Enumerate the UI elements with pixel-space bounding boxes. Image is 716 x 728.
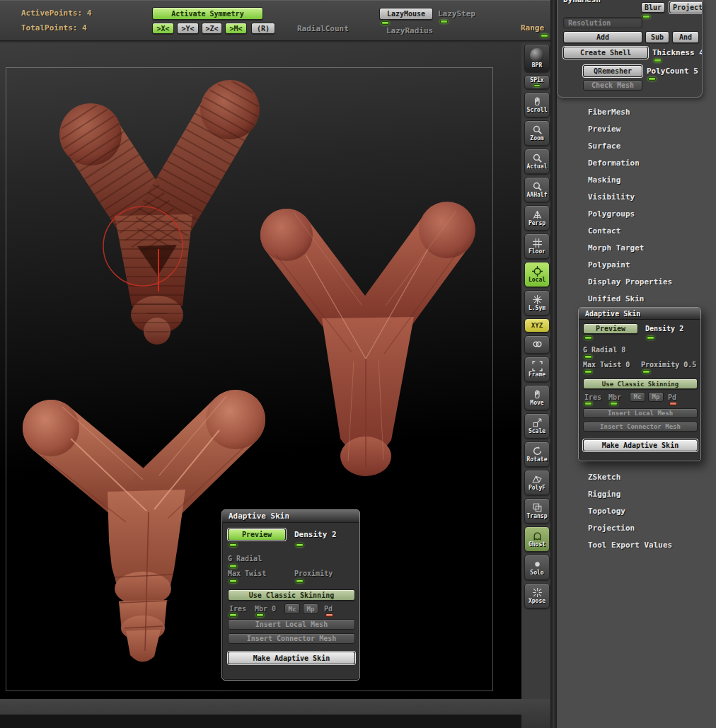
sym-x-button[interactable]: >X< — [152, 23, 174, 34]
sub-button[interactable]: Sub — [645, 31, 669, 43]
lazy-step-slider[interactable]: LazyStep — [438, 10, 475, 18]
use-classic-skinning-button[interactable]: Use Classic Skinning — [583, 379, 698, 389]
tool-section-display-properties[interactable]: Display Properties — [557, 273, 716, 290]
thickness-slider[interactable]: Thickness 4 — [652, 49, 703, 57]
max-twist-slider[interactable]: Max Twist 0 — [583, 362, 630, 369]
proximity-slider[interactable]: Proximity 0.5 — [641, 362, 696, 369]
g-radial-slider[interactable]: G Radial — [228, 555, 262, 562]
density-slider[interactable]: Density 2 — [645, 325, 683, 333]
create-shell-button[interactable]: Create Shell — [563, 47, 648, 59]
max-twist-slider[interactable]: Max Twist — [228, 570, 266, 577]
insert-local-mesh-button[interactable]: Insert Local Mesh — [228, 619, 355, 630]
sym-y-button[interactable]: >Y< — [177, 23, 199, 34]
tool-section-tool-export-values[interactable]: Tool Export Values — [557, 536, 716, 553]
check-mesh-button[interactable]: Check Mesh — [583, 80, 642, 91]
xyz-axis-button[interactable]: XYZ — [524, 318, 550, 333]
lsym-button[interactable]: L.Sym — [524, 290, 550, 316]
radial-symmetry-button[interactable]: (R) — [251, 23, 275, 34]
mp-button[interactable]: Mp — [648, 392, 664, 402]
pd-slider[interactable]: Pd — [668, 394, 676, 401]
activate-symmetry-button[interactable]: Activate Symmetry — [152, 7, 263, 20]
tool-section-deformation[interactable]: Deformation — [557, 154, 716, 171]
tool-section-polypaint[interactable]: Polypaint — [557, 256, 716, 273]
tool-section-contact[interactable]: Contact — [557, 222, 716, 239]
tool-section-polygroups[interactable]: Polygroups — [557, 205, 716, 222]
make-adaptive-skin-button[interactable]: Make Adaptive Skin — [583, 439, 698, 451]
top-shelf: ActivePoints: 4 TotalPoints: 4 Activate … — [0, 0, 550, 41]
mp-button[interactable]: Mp — [303, 603, 318, 614]
preview-button[interactable]: Preview — [583, 323, 638, 334]
rotate-button[interactable]: Rotate — [524, 441, 550, 467]
tool-section-unified-skin[interactable]: Unified Skin — [557, 290, 716, 307]
bpr-render-button[interactable]: BPR — [524, 44, 550, 72]
expand-icon — [532, 587, 543, 598]
move-button[interactable]: Move — [524, 385, 550, 410]
chain-button[interactable] — [524, 335, 550, 354]
lazy-radius-slider[interactable]: LazyRadius — [386, 27, 433, 35]
panel-divider[interactable] — [550, 0, 557, 728]
density-slider[interactable]: Density 2 — [294, 531, 337, 538]
tool-section-fibermesh[interactable]: FiberMesh — [557, 103, 716, 120]
range-slider[interactable]: Range — [521, 24, 544, 32]
zoom-button[interactable]: Zoom — [524, 120, 550, 146]
model-skin-preview[interactable] — [260, 202, 475, 476]
mbr-indicator — [256, 613, 264, 617]
tool-section-masking[interactable]: Masking — [557, 171, 716, 188]
model-zsphere-armature[interactable] — [59, 80, 260, 345]
local-button[interactable]: Local — [524, 262, 550, 287]
radial-count-slider[interactable]: RadialCount — [297, 25, 349, 33]
persp-button[interactable]: Persp — [524, 205, 550, 231]
insert-connector-mesh-button[interactable]: Insert Connector Mesh — [583, 422, 698, 432]
mbr-slider[interactable]: Mbr — [608, 394, 621, 401]
ires-slider[interactable]: Ires — [229, 606, 246, 613]
tool-section-morph-target[interactable]: Morph Target — [557, 239, 716, 256]
floating-panel-header[interactable]: Adaptive Skin — [222, 510, 359, 523]
floor-button[interactable]: Floor — [524, 233, 550, 259]
spix-button[interactable]: SPix — [524, 75, 550, 89]
sym-m-button[interactable]: >M< — [225, 23, 247, 34]
polyframe-button[interactable]: PolyF — [524, 470, 550, 495]
actual-size-button[interactable]: Actual — [524, 149, 550, 174]
aahalf-button[interactable]: AAHalf — [524, 177, 550, 202]
pd-slider[interactable]: Pd — [324, 606, 333, 613]
tool-section-topology[interactable]: Topology — [557, 502, 716, 519]
insert-local-mesh-button[interactable]: Insert Local Mesh — [583, 408, 698, 418]
resolution-slider[interactable]: Resolution — [563, 17, 642, 28]
floating-adaptive-skin-panel: Adaptive Skin Preview Density 2 G Radial… — [221, 509, 360, 681]
tool-section-projection[interactable]: Projection — [557, 519, 716, 536]
mbr-slider[interactable]: Mbr 0 — [255, 606, 276, 613]
tool-section-visibility[interactable]: Visibility — [557, 188, 716, 205]
qremesher-button[interactable]: QRemesher — [583, 65, 642, 77]
and-button[interactable]: And — [672, 31, 699, 43]
make-adaptive-skin-button[interactable]: Make Adaptive Skin — [228, 652, 355, 664]
add-button[interactable]: Add — [563, 31, 642, 43]
scale-button[interactable]: Scale — [524, 413, 550, 439]
tool-section-zsketch[interactable]: ZSketch — [557, 468, 716, 485]
scroll-button[interactable]: Scroll — [524, 92, 550, 117]
frame-button[interactable]: Frame — [524, 357, 550, 382]
blur-slider[interactable]: Blur — [641, 2, 665, 13]
tool-section-surface[interactable]: Surface — [557, 137, 716, 154]
adaptive-skin-header[interactable]: Adaptive Skin — [579, 308, 700, 320]
ires-slider[interactable]: Ires — [584, 394, 601, 401]
use-classic-skinning-button[interactable]: Use Classic Skinning — [228, 589, 355, 601]
transparency-button[interactable]: Transp — [524, 498, 550, 524]
ghost-button[interactable]: Ghost — [524, 526, 550, 552]
pd-indicator — [669, 402, 677, 405]
polycount-slider[interactable]: PolyCount 5 — [647, 67, 698, 75]
xpose-button[interactable]: Xpose — [524, 583, 550, 608]
project-button[interactable]: Project — [669, 1, 703, 13]
proximity-slider[interactable]: Proximity — [294, 570, 333, 577]
g-radial-slider[interactable]: G Radial 8 — [583, 347, 625, 354]
insert-connector-mesh-button[interactable]: Insert Connector Mesh — [228, 633, 355, 644]
tool-section-preview[interactable]: Preview — [557, 120, 716, 137]
mc-button[interactable]: Mc — [630, 392, 645, 402]
preview-button[interactable]: Preview — [228, 528, 286, 541]
tool-section-rigging[interactable]: Rigging — [557, 485, 716, 502]
lazy-mouse-button[interactable]: LazyMouse — [379, 8, 433, 20]
lazy-mouse-indicator — [381, 21, 389, 25]
mc-button[interactable]: Mc — [284, 603, 300, 614]
grid-icon — [532, 238, 543, 248]
solo-button[interactable]: Solo — [524, 555, 550, 580]
sym-z-button[interactable]: >Z< — [202, 23, 222, 34]
